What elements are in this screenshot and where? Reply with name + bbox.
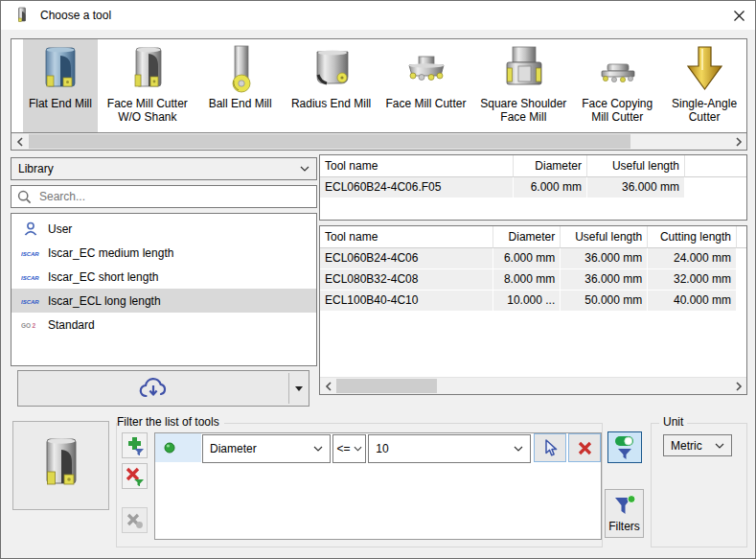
- tool-type-label: Face Copying Mill Cutter: [574, 97, 660, 124]
- column-header[interactable]: Diameter: [493, 226, 561, 248]
- tool-type-single-angle-cutter[interactable]: Single-Angle Cutter: [662, 39, 746, 133]
- svg-text:2: 2: [33, 322, 36, 329]
- cell-filler: [737, 291, 746, 312]
- svg-text:GO: GO: [21, 322, 31, 329]
- tool-type-label: Face Mill Cutter: [385, 97, 466, 110]
- column-header[interactable]: Tool name: [320, 155, 514, 177]
- filter-active-cell[interactable]: [155, 433, 201, 462]
- window-title: Choose a tool: [40, 9, 111, 22]
- scroll-right-icon[interactable]: [730, 133, 746, 150]
- cell-tool-name: ECL080B32-4C08: [320, 269, 493, 291]
- cell-cutting-length: 32.000 mm: [648, 269, 737, 291]
- download-button[interactable]: [18, 371, 288, 406]
- tool-type-label: Flat End Mill: [29, 97, 92, 110]
- tool-type-strip: Flat End Mill Face Mill Cutter W/O Shank…: [11, 38, 747, 133]
- selected-tool-preview-icon: [34, 434, 89, 498]
- filter-operator-select[interactable]: <=: [332, 434, 366, 463]
- tool-type-label: Single-Angle Cutter: [662, 97, 746, 124]
- delete-filter-rule-button[interactable]: [568, 433, 601, 462]
- unlink-icon: [126, 511, 145, 530]
- cell-diameter: 6.000 mm: [514, 177, 587, 198]
- cell-filler: [685, 177, 746, 198]
- tree-item-iscar-ec-short[interactable]: ISCAR Iscar_EC short length: [11, 265, 316, 289]
- column-header[interactable]: Cutting length: [648, 226, 737, 248]
- tree-item-label: Iscar_EC medium length: [48, 246, 173, 260]
- unit-value: Metric: [671, 439, 702, 453]
- tool-type-ball-end-mill[interactable]: Ball End Mill: [197, 39, 284, 133]
- scroll-left-icon[interactable]: [320, 378, 336, 394]
- filter-value-combo[interactable]: 10: [368, 434, 531, 463]
- add-filter-button[interactable]: [122, 432, 148, 458]
- tree-item-label: Iscar_EC short length: [48, 270, 158, 284]
- column-header[interactable]: Tool name: [320, 226, 493, 248]
- flat-end-mill-icon: [34, 44, 86, 96]
- tree-item-user[interactable]: User: [11, 217, 316, 241]
- toggle-filtering-button[interactable]: [607, 431, 642, 463]
- chevron-down-icon: [514, 446, 523, 452]
- selected-tool-table: Tool name Diameter Useful length ECL060B…: [319, 154, 747, 221]
- chevron-down-icon: [715, 443, 724, 449]
- table-row[interactable]: ECL080B32-4C08 8.000 mm 36.000 mm 32.000…: [320, 269, 746, 291]
- cell-cutting-length: 24.000 mm: [648, 248, 737, 269]
- cell-filler: [737, 248, 746, 269]
- filters-button-label: Filters: [608, 520, 640, 533]
- choose-a-tool-dialog: Choose a tool Flat End Mill: [0, 0, 756, 559]
- tool-type-face-copying-mill-cutter[interactable]: Face Copying Mill Cutter: [574, 39, 660, 133]
- column-header[interactable]: Useful length: [561, 226, 648, 248]
- svg-text:ISCAR: ISCAR: [21, 275, 39, 281]
- title-bar: Choose a tool: [1, 1, 755, 30]
- filter-field-value: Diameter: [210, 442, 257, 455]
- tool-type-flat-end-mill[interactable]: Flat End Mill: [23, 39, 98, 133]
- scroll-left-icon[interactable]: [11, 133, 28, 150]
- library-selector[interactable]: Library: [11, 157, 317, 180]
- add-filter-icon: [126, 436, 145, 455]
- search-box[interactable]: [11, 185, 317, 208]
- table-row[interactable]: ECL100B40-4C10 10.000 ... 50.000 mm 40.0…: [320, 291, 746, 312]
- unlink-filter-button-disabled[interactable]: [122, 507, 148, 533]
- library-tree: User ISCAR Iscar_EC medium length ISCAR …: [11, 213, 317, 366]
- close-button[interactable]: [722, 1, 755, 30]
- app-tool-icon: [13, 6, 31, 25]
- tree-item-iscar-ecl-long[interactable]: ISCAR Iscar_ECL long length: [11, 289, 316, 313]
- tree-item-label: User: [48, 222, 72, 236]
- user-icon: [19, 221, 42, 237]
- download-dropdown-button[interactable]: [289, 371, 309, 406]
- cell-tool-name: ECL100B40-4C10: [320, 291, 493, 312]
- tool-type-face-mill-wo-shank[interactable]: Face Mill Cutter W/O Shank: [100, 39, 195, 133]
- tree-item-standard[interactable]: GO 2 Standard: [11, 313, 316, 337]
- filter-rule-row[interactable]: Diameter <= 10: [155, 433, 601, 462]
- tool-type-radius-end-mill[interactable]: Radius End Mill: [286, 39, 378, 133]
- face-copying-mill-cutter-icon: [591, 44, 643, 96]
- dropdown-arrow-icon: [295, 386, 303, 391]
- single-angle-cutter-icon: [678, 44, 730, 96]
- table-row[interactable]: ECL060B24-4C06 6.000 mm 36.000 mm 24.000…: [320, 248, 746, 269]
- tool-list-scrollbar[interactable]: [320, 377, 746, 394]
- filter-group-title: Filter the list of tools: [117, 415, 224, 429]
- column-header[interactable]: Diameter: [514, 155, 587, 177]
- tree-item-iscar-ec-medium[interactable]: ISCAR Iscar_EC medium length: [11, 241, 316, 265]
- chevron-down-icon: [354, 446, 362, 452]
- column-header[interactable]: Useful length: [587, 155, 685, 177]
- face-mill-wo-shank-icon: [122, 44, 173, 96]
- iscar-logo-icon: ISCAR: [19, 247, 42, 259]
- tool-strip-scrollbar[interactable]: [11, 133, 747, 151]
- scroll-right-icon[interactable]: [730, 378, 746, 394]
- tool-type-square-shoulder-face-mill[interactable]: Square Shoulder Face Mill: [474, 39, 572, 133]
- unit-select[interactable]: Metric: [663, 434, 732, 456]
- filter-rule-list: Diameter <= 10: [154, 432, 602, 540]
- scrollbar-thumb[interactable]: [29, 134, 630, 149]
- filter-active-dot-icon: [164, 442, 175, 454]
- search-input[interactable]: [37, 189, 300, 204]
- table-row[interactable]: ECL060B24-4C06.F05 6.000 mm 36.000 mm: [320, 177, 746, 198]
- filter-operator-value: <=: [336, 442, 350, 455]
- tool-type-face-mill-cutter[interactable]: Face Mill Cutter: [379, 39, 473, 133]
- download-split-button[interactable]: [17, 370, 309, 407]
- cell-useful-length: 36.000 mm: [587, 177, 685, 198]
- filters-button[interactable]: Filters: [605, 489, 644, 538]
- cloud-download-icon: [138, 377, 169, 400]
- scrollbar-thumb[interactable]: [336, 379, 437, 393]
- filters-icon: [613, 495, 636, 518]
- remove-filter-button[interactable]: [122, 463, 148, 489]
- pick-filter-button[interactable]: [534, 433, 566, 462]
- filter-field-select[interactable]: Diameter: [202, 434, 331, 463]
